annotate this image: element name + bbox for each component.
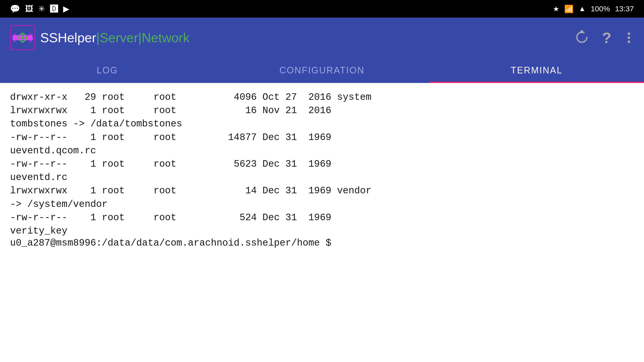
terminal-line-1: drwxr-xr-x 29 root root 4096 Oct 27 2016… <box>10 90 634 104</box>
terminal-line-9: -> /system/vendor <box>10 198 634 211</box>
status-left-icons: 💬 🖼 ✳ 🅳 ▶ <box>10 4 69 14</box>
svg-rect-6 <box>22 41 23 43</box>
app-title: SSHelper|Server|Network <box>40 30 189 45</box>
svg-marker-9 <box>579 30 585 33</box>
terminal-line-8: lrwxrwxrwx 1 root root 14 Dec 31 1969 ve… <box>10 184 634 197</box>
app-bar-right: ? <box>574 29 634 47</box>
separator2: | <box>138 30 142 45</box>
battery-text: 100% <box>591 5 610 13</box>
terminal-line-11: verity_key <box>10 224 634 238</box>
refresh-button[interactable] <box>574 30 589 46</box>
svg-marker-1 <box>13 33 15 43</box>
svg-marker-2 <box>30 33 33 43</box>
status-bar: 💬 🖼 ✳ 🅳 ▶ ★ 📶 ▲ 100% 13:37 <box>0 0 644 18</box>
wifi-icon: 📶 <box>564 5 574 13</box>
app-icon <box>10 25 35 50</box>
more-options-button[interactable] <box>624 32 634 43</box>
terminal-line-6: -rw-r--r-- 1 root root 5623 Dec 31 1969 <box>10 157 634 171</box>
refresh-icon <box>574 30 589 45</box>
terminal-prompt[interactable]: u0_a287@msm8996:/data/data/com.arachnoid… <box>10 238 634 248</box>
app-logo-svg <box>13 28 33 48</box>
bluetooth-icon: ★ <box>553 5 559 13</box>
app-bar: SSHelper|Server|Network ? <box>0 18 644 58</box>
svg-point-4 <box>21 36 24 39</box>
terminal-line-10: -rw-r--r-- 1 root root 524 Dec 31 1969 <box>10 211 634 224</box>
terminal-line-4: -rw-r--r-- 1 root root 14877 Dec 31 1969 <box>10 131 634 144</box>
status-right-icons: ★ 📶 ▲ 100% 13:37 <box>553 5 634 13</box>
svg-rect-8 <box>26 37 28 38</box>
status-time: 13:37 <box>615 5 634 13</box>
terminal-line-7: ueventd.rc <box>10 171 634 184</box>
play-icon: ▶ <box>63 4 69 14</box>
tab-bar: LOG CONFIGURATION TERMINAL <box>0 58 644 83</box>
network-label: Network <box>142 30 190 45</box>
sparkle-icon: ✳ <box>38 4 45 14</box>
help-button[interactable]: ? <box>602 29 611 47</box>
server-label: Server <box>100 30 138 45</box>
image-icon: 🖼 <box>25 4 33 14</box>
terminal-line-3: tombstones -> /data/tombstones <box>10 117 634 130</box>
terminal-line-2: lrwxrwxrwx 1 root root 16 Nov 21 2016 <box>10 104 634 117</box>
signal-icon: ▲ <box>579 5 586 13</box>
svg-rect-7 <box>18 37 20 38</box>
separator1: | <box>96 30 100 45</box>
app-name: SSHelper <box>40 30 96 45</box>
message-icon: 💬 <box>10 4 20 14</box>
terminal-content: drwxr-xr-x 29 root root 4096 Oct 27 2016… <box>0 83 644 362</box>
tab-configuration[interactable]: CONFIGURATION <box>215 58 429 83</box>
tab-terminal[interactable]: TERMINAL <box>429 58 644 83</box>
terminal-line-5: ueventd.qcom.rc <box>10 144 634 157</box>
text-icon: 🅳 <box>50 4 58 14</box>
tab-log[interactable]: LOG <box>0 58 215 83</box>
app-bar-left: SSHelper|Server|Network <box>10 25 189 50</box>
svg-rect-5 <box>22 33 23 35</box>
